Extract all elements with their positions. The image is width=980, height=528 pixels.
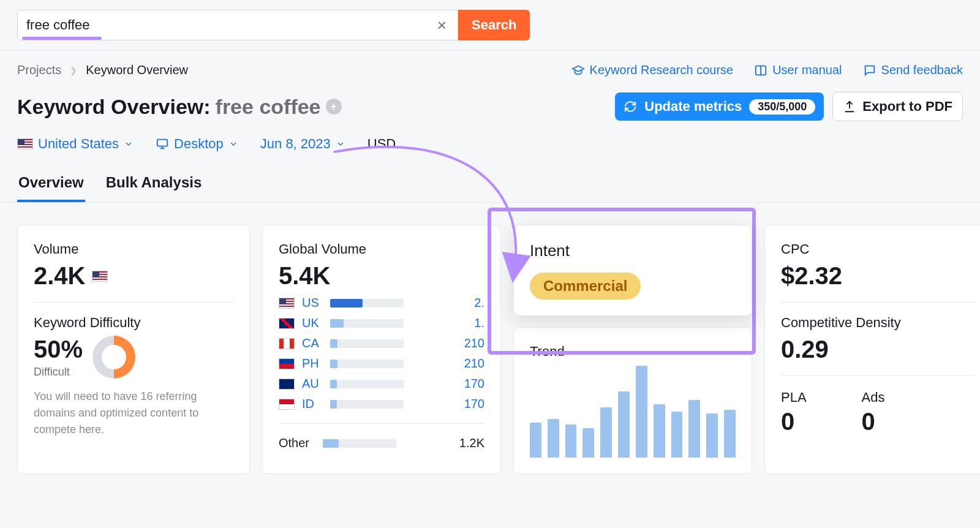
gv-country[interactable]: US [302, 296, 323, 310]
gv-country[interactable]: CA [302, 336, 323, 350]
kd-value: 50% [34, 336, 83, 363]
flag-us-icon [17, 138, 33, 149]
svg-rect-2 [157, 140, 168, 146]
trend-bar [636, 366, 647, 458]
trend-bar [706, 413, 718, 458]
currency-label: USD [368, 136, 396, 152]
flag-ph-icon [279, 358, 295, 369]
kd-note: Difficult [34, 366, 83, 379]
gv-row: US2. [279, 296, 484, 310]
gv-value[interactable]: 1. [474, 316, 484, 330]
gv-country[interactable]: PH [302, 356, 323, 371]
chat-icon [863, 64, 876, 77]
trend-label: Trend [530, 344, 736, 360]
chevron-down-icon [336, 139, 345, 149]
flag-us-icon [279, 298, 295, 309]
gv-bar [330, 299, 404, 307]
search-field-wrap: × [17, 10, 458, 40]
gv-row: ID170 [279, 397, 484, 411]
flag-ca-icon [279, 338, 295, 349]
tab-bulk-analysis[interactable]: Bulk Analysis [105, 174, 203, 202]
gv-value[interactable]: 170 [464, 397, 484, 411]
link-manual[interactable]: User manual [754, 63, 842, 77]
gv-row: UK1. [279, 316, 484, 330]
chevron-down-icon [228, 139, 238, 149]
refresh-icon [624, 100, 637, 113]
cd-label: Competitive Density [781, 315, 974, 331]
trend-bar [600, 407, 612, 458]
export-pdf-button[interactable]: Export to PDF [832, 92, 963, 121]
trend-chart [530, 366, 736, 458]
flag-uk-icon [279, 318, 295, 329]
clear-icon[interactable]: × [435, 16, 449, 35]
gv-bar [330, 319, 404, 328]
volume-label: Volume [34, 241, 233, 257]
filter-device[interactable]: Desktop [156, 136, 238, 152]
gv-bar [330, 400, 404, 409]
volume-value: 2.4K [34, 262, 86, 290]
card-trend: Trend [513, 327, 752, 474]
page-title-keyword: free coffee [216, 95, 321, 119]
upload-icon [843, 100, 856, 113]
annotation-underline [22, 37, 102, 40]
flag-id-icon [279, 399, 295, 410]
trend-bar [671, 412, 683, 458]
add-keyword-icon[interactable]: + [326, 99, 342, 115]
pla-label: PLA [781, 390, 807, 405]
card-volume: Volume 2.4K Keyword Difficulty 50% Diffi… [17, 225, 250, 474]
link-course[interactable]: Keyword Research course [571, 63, 734, 77]
gv-row: CA210 [279, 336, 484, 350]
gv-row: PH210 [279, 356, 484, 371]
trend-bar [688, 400, 700, 458]
search-button[interactable]: Search [458, 10, 530, 40]
link-feedback[interactable]: Send feedback [863, 63, 963, 77]
chevron-right-icon: ❯ [70, 66, 77, 75]
trend-bar [618, 391, 630, 458]
kd-description: You will need to have 16 referring domai… [34, 388, 233, 438]
search-input[interactable] [26, 17, 435, 33]
card-intent: Intent Commercial [513, 225, 752, 316]
trend-bar [654, 404, 665, 458]
gv-other-value: 1.2K [459, 436, 484, 450]
kd-label: Keyword Difficulty [34, 315, 233, 331]
kd-donut-chart [92, 336, 135, 379]
ads-label: Ads [862, 390, 885, 405]
chevron-down-icon [124, 139, 134, 149]
trend-bar [548, 419, 559, 458]
trend-bar [582, 428, 594, 458]
gv-country[interactable]: ID [302, 397, 323, 411]
flag-us-icon [92, 271, 108, 282]
global-volume-label: Global Volume [279, 241, 484, 257]
quota-pill: 350/5,000 [749, 99, 815, 115]
cpc-value: $2.32 [781, 262, 974, 290]
breadcrumb: Projects ❯ Keyword Overview [17, 63, 188, 77]
gv-bar [330, 380, 404, 388]
graduation-cap-icon [571, 64, 585, 77]
gv-other-bar [323, 439, 396, 448]
gv-value[interactable]: 210 [464, 336, 484, 350]
pla-value: 0 [781, 408, 807, 436]
gv-other-label: Other [279, 436, 315, 450]
gv-bar [330, 360, 404, 368]
tab-overview[interactable]: Overview [17, 174, 85, 202]
gv-value[interactable]: 2. [474, 296, 484, 310]
page-title-prefix: Keyword Overview: [17, 95, 211, 119]
trend-bar [565, 424, 577, 458]
book-icon [754, 64, 767, 77]
intent-label: Intent [530, 241, 736, 260]
trend-bar [724, 410, 736, 458]
update-metrics-button[interactable]: Update metrics 350/5,000 [615, 92, 824, 121]
filter-country[interactable]: United States [17, 136, 134, 152]
gv-country[interactable]: AU [302, 377, 323, 391]
gv-value[interactable]: 210 [464, 356, 484, 371]
flag-au-icon [279, 379, 295, 390]
gv-value[interactable]: 170 [464, 377, 484, 391]
desktop-icon [156, 137, 169, 151]
ads-value: 0 [862, 408, 885, 436]
filter-date[interactable]: Jun 8, 2023 [260, 136, 345, 152]
trend-bar [530, 423, 541, 458]
gv-row: AU170 [279, 377, 484, 391]
breadcrumb-root[interactable]: Projects [17, 63, 61, 77]
cpc-label: CPC [781, 241, 974, 257]
gv-country[interactable]: UK [302, 316, 323, 330]
